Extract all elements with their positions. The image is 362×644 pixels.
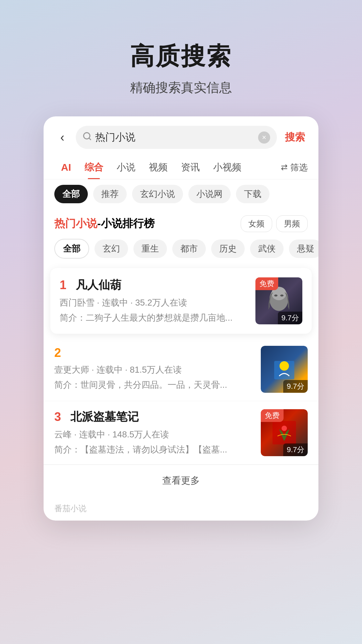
book-content-2: 2 壹更大师 · 连载中 · 81.5万人在读 简介：世间灵骨，共分四品。一品，… bbox=[54, 346, 254, 393]
section-title-highlight: 热门小说 bbox=[54, 217, 97, 229]
section-title: 热门小说-小说排行榜 bbox=[54, 216, 155, 231]
section-title-row: 热门小说-小说排行榜 女频 男频 bbox=[44, 209, 318, 236]
genre-fantasy-label: 玄幻 bbox=[103, 244, 120, 254]
chip-recommend-label: 推荐 bbox=[101, 189, 119, 199]
book-rank-3: 3 bbox=[54, 410, 66, 424]
chip-download-label: 下载 bbox=[244, 189, 261, 199]
page-header: 高质搜索 精确搜索真实信息 bbox=[130, 40, 232, 96]
tab-news-label: 资讯 bbox=[181, 162, 200, 172]
book-title-row-3: 3 北派盗墓笔记 bbox=[54, 409, 254, 425]
book-score-2: 9.7分 bbox=[283, 380, 308, 393]
genre-all[interactable]: 全部 bbox=[54, 239, 89, 259]
filter-button[interactable]: ⇄ 筛选 bbox=[281, 162, 308, 173]
genre-wuxia-label: 武侠 bbox=[258, 244, 276, 254]
male-freq-btn[interactable]: 男频 bbox=[276, 215, 308, 232]
book-meta-1: 西门卧雪 · 连载中 · 35.2万人在读 bbox=[60, 297, 247, 309]
tab-ai-label: AI bbox=[61, 162, 71, 173]
svg-line-1 bbox=[89, 138, 90, 140]
svg-point-7 bbox=[280, 361, 289, 371]
chip-all-label: 全部 bbox=[62, 189, 80, 199]
female-freq-btn[interactable]: 女频 bbox=[241, 215, 272, 232]
tab-comprehensive[interactable]: 综合 bbox=[78, 156, 110, 179]
book-title-3: 北派盗墓笔记 bbox=[70, 409, 139, 425]
genre-all-label: 全部 bbox=[63, 244, 80, 254]
genre-mystery[interactable]: 悬疑 bbox=[289, 239, 318, 258]
book-item-1[interactable]: 1 凡人仙葫 西门卧雪 · 连载中 · 35.2万人在读 简介：二狗子人生最大的… bbox=[50, 268, 312, 334]
tab-short-video-label: 小视频 bbox=[213, 162, 241, 172]
svg-point-4 bbox=[274, 294, 278, 297]
freq-btns: 女频 男频 bbox=[241, 215, 308, 232]
genre-wuxia[interactable]: 武侠 bbox=[250, 239, 284, 258]
page-title: 高质搜索 bbox=[130, 40, 232, 72]
genre-mystery-label: 悬疑 bbox=[297, 244, 314, 254]
tab-novel[interactable]: 小说 bbox=[110, 156, 142, 179]
chip-fantasy-label: 玄幻小说 bbox=[140, 189, 175, 199]
book-rank-2: 2 bbox=[54, 346, 66, 360]
chip-novelsite-label: 小说网 bbox=[196, 189, 223, 199]
tab-comprehensive-label: 综合 bbox=[84, 162, 103, 172]
genre-history-label: 历史 bbox=[219, 244, 237, 254]
genre-rebirth[interactable]: 重生 bbox=[133, 239, 167, 258]
filter-icon: ⇄ bbox=[281, 163, 288, 172]
genre-fantasy[interactable]: 玄幻 bbox=[95, 239, 128, 258]
see-more-button[interactable]: 查看更多 bbox=[44, 465, 318, 496]
tab-news[interactable]: 资讯 bbox=[174, 156, 206, 179]
filter-chips-row: 全部 推荐 玄幻小说 小说网 下载 bbox=[44, 179, 318, 209]
tab-ai[interactable]: AI bbox=[54, 156, 78, 178]
book-meta-2: 壹更大师 · 连载中 · 81.5万人在读 bbox=[54, 364, 254, 376]
book-item-2[interactable]: 2 壹更大师 · 连载中 · 81.5万人在读 简介：世间灵骨，共分四品。一品，… bbox=[44, 338, 318, 401]
chip-fantasy-novel[interactable]: 玄幻小说 bbox=[132, 185, 183, 203]
female-freq-label: 女频 bbox=[248, 219, 264, 228]
chip-all[interactable]: 全部 bbox=[54, 185, 88, 203]
search-submit-button[interactable]: 搜索 bbox=[282, 130, 308, 144]
tab-short-video[interactable]: 小视频 bbox=[206, 156, 248, 179]
chip-download[interactable]: 下载 bbox=[236, 185, 269, 203]
search-btn-label: 搜索 bbox=[285, 131, 305, 143]
section-title-suffix: -小说排行榜 bbox=[97, 217, 155, 229]
book-desc-3: 简介：【盗墓违法，请勿以身试法】【盗墓... bbox=[54, 444, 254, 455]
book-list: 1 凡人仙葫 西门卧雪 · 连载中 · 35.2万人在读 简介：二狗子人生最大的… bbox=[44, 268, 318, 465]
book-item-3[interactable]: 3 北派盗墓笔记 云峰 · 连载中 · 148.5万人在读 简介：【盗墓违法，请… bbox=[44, 401, 318, 465]
book-score-3: 9.7分 bbox=[283, 443, 308, 456]
book-badge-3: 免费 bbox=[261, 409, 284, 422]
book-cover-2: 9.7分 bbox=[261, 346, 308, 393]
book-rank-1: 1 bbox=[60, 278, 72, 292]
genre-rebirth-label: 重生 bbox=[141, 244, 159, 254]
search-input-wrap[interactable]: 热门小说 × bbox=[76, 126, 277, 149]
book-cover-1: 免费 9.7分 bbox=[255, 277, 302, 324]
genre-urban[interactable]: 都市 bbox=[172, 239, 206, 258]
book-content-1: 1 凡人仙葫 西门卧雪 · 连载中 · 35.2万人在读 简介：二狗子人生最大的… bbox=[60, 277, 247, 324]
book-title-1: 凡人仙葫 bbox=[76, 277, 121, 293]
chip-novel-site[interactable]: 小说网 bbox=[188, 185, 231, 203]
male-freq-label: 男频 bbox=[284, 219, 300, 228]
search-bar: ‹ 热门小说 × 搜索 bbox=[44, 116, 318, 156]
app-card: ‹ 热门小说 × 搜索 AI 综合 小说 bbox=[44, 116, 318, 521]
book-title-row-1: 1 凡人仙葫 bbox=[60, 277, 247, 293]
see-more-label: 查看更多 bbox=[162, 475, 200, 486]
clear-button[interactable]: × bbox=[258, 131, 270, 144]
book-badge-1: 免费 bbox=[255, 277, 278, 290]
search-query-text: 热门小说 bbox=[95, 130, 255, 144]
book-desc-1: 简介：二狗子人生最大的梦想就是攒几亩地... bbox=[60, 312, 247, 324]
tab-video[interactable]: 视频 bbox=[142, 156, 174, 179]
tab-video-label: 视频 bbox=[149, 162, 168, 172]
page-subtitle: 精确搜索真实信息 bbox=[130, 79, 232, 96]
book-title-row-2: 2 bbox=[54, 346, 254, 360]
app-footer: 番茄小说 bbox=[44, 496, 318, 521]
genre-history[interactable]: 历史 bbox=[211, 239, 245, 258]
chip-recommend[interactable]: 推荐 bbox=[93, 185, 127, 203]
book-score-1: 9.7分 bbox=[278, 312, 302, 324]
back-button[interactable]: ‹ bbox=[54, 130, 70, 145]
tab-bar: AI 综合 小说 视频 资讯 小视频 ⇄ 筛选 bbox=[44, 156, 318, 179]
clear-icon: × bbox=[262, 133, 266, 142]
book-meta-3: 云峰 · 连载中 · 148.5万人在读 bbox=[54, 429, 254, 440]
search-icon bbox=[82, 131, 92, 143]
book-desc-2: 简介：世间灵骨，共分四品。一品，天灵骨... bbox=[54, 379, 254, 391]
app-name-label: 番茄小说 bbox=[54, 504, 86, 513]
book-content-3: 3 北派盗墓笔记 云峰 · 连载中 · 148.5万人在读 简介：【盗墓违法，请… bbox=[54, 409, 254, 456]
genre-chips-row: 全部 玄幻 重生 都市 历史 武侠 悬疑 bbox=[44, 236, 318, 264]
back-icon: ‹ bbox=[60, 130, 64, 144]
svg-point-9 bbox=[282, 426, 287, 431]
tab-novel-label: 小说 bbox=[117, 162, 135, 172]
svg-point-5 bbox=[280, 294, 284, 297]
